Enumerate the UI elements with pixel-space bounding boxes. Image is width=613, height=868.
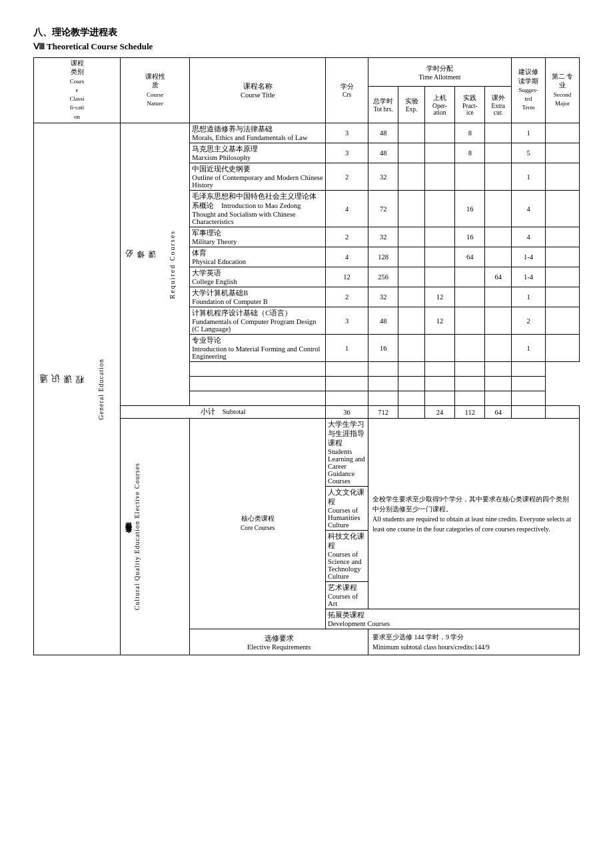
exp-2 <box>398 143 425 163</box>
extra-9 <box>485 307 512 335</box>
header-oper: 上机Oper-ation <box>424 87 454 123</box>
header-course-category: 课程类别CourseClassifi-cation <box>34 58 121 123</box>
course-title-8: 大学计算机基础BFoundation of Computer B <box>190 287 326 307</box>
pract-10 <box>455 335 485 362</box>
pract-4: 16 <box>455 191 485 227</box>
extra-7: 64 <box>485 267 512 287</box>
second-4 <box>545 191 579 227</box>
second-5 <box>545 227 579 247</box>
empty-title-3 <box>190 391 326 406</box>
course-title-1: 思想道德修养与法律基础Morals, Ethics and Fundamenta… <box>190 123 326 143</box>
crs-10: 1 <box>326 335 368 362</box>
extra-8 <box>485 287 512 307</box>
header-course-title: 课程名称Course Title <box>190 58 326 123</box>
header-second-major: 第二 专业SecondMajor <box>545 58 579 123</box>
extra-2 <box>485 143 512 163</box>
pract-2: 8 <box>455 143 485 163</box>
course-title-6: 体育Physical Education <box>190 247 326 267</box>
tot-5: 32 <box>368 227 398 247</box>
table-row: 通识课程General Education 必修课Required Course… <box>34 123 580 143</box>
oper-5 <box>424 227 454 247</box>
second-6 <box>545 247 579 267</box>
crs-4: 4 <box>326 191 368 227</box>
extra-6 <box>485 247 512 267</box>
subtotal-extra: 64 <box>485 406 512 419</box>
header-time-allotment: 学时分配Time Allotment <box>368 58 511 87</box>
second-3 <box>545 163 579 191</box>
crs-7: 12 <box>326 267 368 287</box>
course-title-7: 大学英语College English <box>190 267 326 287</box>
course-development: 拓展类课程Development Courses <box>326 609 580 629</box>
term-7: 1-4 <box>512 267 546 287</box>
tot-3: 32 <box>368 163 398 191</box>
exp-7 <box>398 267 425 287</box>
tot-2: 48 <box>368 143 398 163</box>
header-course-nature: 课程性质CourseNature <box>121 58 190 123</box>
second-10 <box>545 335 579 362</box>
term-5: 4 <box>512 227 546 247</box>
oper-9: 12 <box>424 307 454 335</box>
pract-1: 8 <box>455 123 485 143</box>
pract-3 <box>455 163 485 191</box>
term-9: 2 <box>512 307 546 335</box>
subtotal-second <box>545 406 579 419</box>
tot-4: 72 <box>368 191 398 227</box>
extra-1 <box>485 123 512 143</box>
term-10: 1 <box>512 335 546 362</box>
pract-7 <box>455 267 485 287</box>
term-8: 1 <box>512 287 546 307</box>
course-title-10: 专业导论Introduction to Material Forming and… <box>190 335 326 362</box>
course-title-2: 马克思主义基本原理Marxism Philosophy <box>190 143 326 163</box>
extra-3 <box>485 163 512 191</box>
course-humanities: 人文文化课程Courses of Humanities Culture <box>326 487 368 531</box>
second-2 <box>545 143 579 163</box>
course-title-4: 毛泽东思想和中国特色社会主义理论体系概论 Introduction to Mao… <box>190 191 326 227</box>
exp-8 <box>398 287 425 307</box>
pract-5: 16 <box>455 227 485 247</box>
oper-2 <box>424 143 454 163</box>
exp-3 <box>398 163 425 191</box>
subtotal-crs: 36 <box>326 406 368 419</box>
crs-5: 2 <box>326 227 368 247</box>
term-1: 1 <box>512 123 546 143</box>
header-credits: 学分Crs <box>326 58 368 123</box>
elective-req-label: 选修要求Elective Requirements <box>190 629 368 655</box>
oper-8: 12 <box>424 287 454 307</box>
tot-8: 32 <box>368 287 398 307</box>
course-art: 艺术课程Courses of Art <box>326 582 368 609</box>
tot-7: 256 <box>368 267 398 287</box>
extra-10 <box>485 335 512 362</box>
header-extra: 课外Extracur. <box>485 87 512 123</box>
second-9 <box>545 307 579 335</box>
second-7 <box>545 267 579 287</box>
term-2: 5 <box>512 143 546 163</box>
second-8 <box>545 287 579 307</box>
term-4: 4 <box>512 191 546 227</box>
tot-9: 48 <box>368 307 398 335</box>
course-title-3: 中国近现代史纲要Outline of Contemporary and Mode… <box>190 163 326 191</box>
subtotal-tot: 712 <box>368 406 398 419</box>
crs-2: 3 <box>326 143 368 163</box>
exp-5 <box>398 227 425 247</box>
crs-8: 2 <box>326 287 368 307</box>
cultural-label: 文化素质教育选修课Cultural Quality Education Elec… <box>121 419 190 655</box>
crs-3: 2 <box>326 163 368 191</box>
core-courses-label: 核心类课程Core Courses <box>190 419 326 629</box>
course-schedule-table: 课程类别CourseClassifi-cation 课程性质CourseNatu… <box>33 57 580 655</box>
pract-9 <box>455 307 485 335</box>
required-courses-label: 必修课Required Courses <box>121 123 190 406</box>
course-science-tech: 科技文化课程Courses of Science and Technology … <box>326 531 368 582</box>
tot-6: 128 <box>368 247 398 267</box>
section-title-cn: 八、理论教学进程表 <box>33 27 580 39</box>
exp-4 <box>398 191 425 227</box>
course-title-5: 军事理论Military Theory <box>190 227 326 247</box>
header-pract: 实践Pract-ice <box>455 87 485 123</box>
subtotal-exp <box>398 406 425 419</box>
term-6: 1-4 <box>512 247 546 267</box>
tot-10: 16 <box>368 335 398 362</box>
extra-4 <box>485 191 512 227</box>
course-guidance: 大学生学习与生涯指导课程Students Learning and Career… <box>326 419 368 487</box>
oper-1 <box>424 123 454 143</box>
course-title-9: 计算机程序设计基础（C语言）Fundamentals of Computer P… <box>190 307 326 335</box>
general-education-label: 通识课程General Education <box>34 123 121 655</box>
